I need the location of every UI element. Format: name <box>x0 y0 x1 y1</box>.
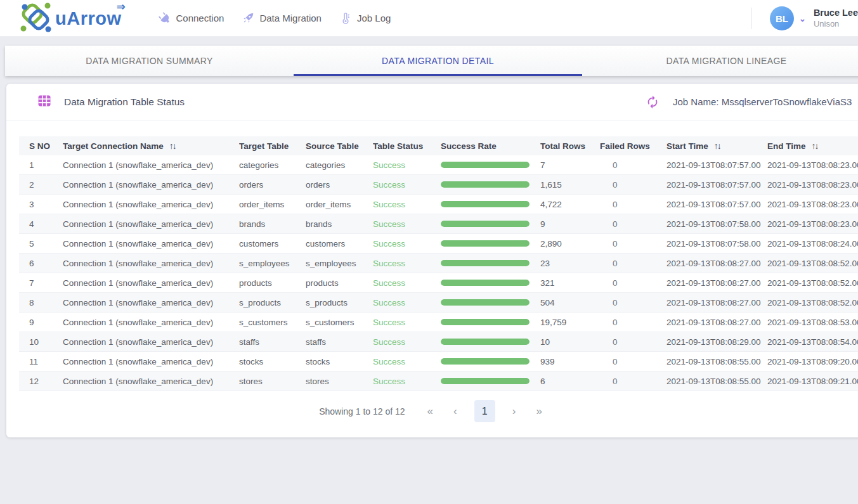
chevron-down-icon[interactable]: ⌄ <box>799 14 806 23</box>
thermometer-icon <box>339 12 352 25</box>
logo-icon <box>19 1 52 36</box>
cell-failed-rows: 0 <box>600 377 666 386</box>
success-rate-bar-track <box>441 339 530 345</box>
last-page-button[interactable]: » <box>533 405 545 418</box>
cell-end-time: 2021-09-13T08:08:23.00 <box>767 160 858 170</box>
refresh-icon[interactable] <box>646 95 660 109</box>
logo-arrow-icon: ⇒ <box>117 1 125 13</box>
cell-table-status: Success <box>373 180 441 190</box>
logo-text: uArrow <box>55 3 122 34</box>
cell-source-table: stores <box>306 377 373 386</box>
nav-item-job-log[interactable]: Job Log <box>339 12 391 25</box>
current-page-button[interactable]: 1 <box>474 400 495 422</box>
success-rate-bar-fill <box>441 299 530 306</box>
nav-item-data-migration[interactable]: Data Migration <box>242 12 322 25</box>
cell-failed-rows: 0 <box>600 239 666 249</box>
cell-target-connection: Connection 1 (snowflake_america_dev) <box>63 337 239 347</box>
cell-start-time: 2021-09-13T08:08:55.00 <box>666 377 767 386</box>
cell-success-rate <box>441 162 540 168</box>
user-org: Unison <box>814 19 858 30</box>
cell-target-table: stores <box>239 377 306 386</box>
cell-total-rows: 23 <box>540 259 600 268</box>
next-page-button[interactable]: › <box>509 405 519 418</box>
user-info: Bruce Lee Unison <box>814 7 858 30</box>
cell-table-status: Success <box>373 200 441 209</box>
plug-icon <box>159 12 171 25</box>
cell-table-status: Success <box>373 219 441 229</box>
prev-page-button[interactable]: ‹ <box>450 405 460 418</box>
cell-target-connection: Connection 1 (snowflake_america_dev) <box>63 259 239 268</box>
table-body: 1 Connection 1 (snowflake_america_dev) c… <box>19 155 858 391</box>
cell-failed-rows: 0 <box>600 278 666 288</box>
cell-table-status: Success <box>373 239 441 249</box>
cell-target-table: stocks <box>239 357 306 366</box>
cell-table-status: Success <box>373 160 441 170</box>
cell-success-rate <box>441 260 540 266</box>
cell-s-no: 1 <box>19 160 63 170</box>
cell-start-time: 2021-09-13T08:08:27.00 <box>666 259 767 268</box>
cell-start-time: 2021-09-13T08:07:58.00 <box>666 239 767 249</box>
cell-failed-rows: 0 <box>600 259 666 268</box>
cell-end-time: 2021-09-13T08:08:52.00 <box>767 278 858 288</box>
nav-item-connection[interactable]: Connection <box>159 12 224 25</box>
cell-total-rows: 6 <box>540 377 600 386</box>
first-page-button[interactable]: « <box>424 405 436 418</box>
table-row: 10 Connection 1 (snowflake_america_dev) … <box>19 332 858 352</box>
table-row: 2 Connection 1 (snowflake_america_dev) o… <box>19 175 858 195</box>
cell-end-time: 2021-09-13T08:08:23.00 <box>767 200 858 209</box>
header-divider <box>751 8 752 29</box>
cell-source-table: s_products <box>306 298 373 307</box>
cell-s-no: 5 <box>19 239 63 249</box>
success-rate-bar-track <box>441 260 530 266</box>
cell-success-rate <box>441 280 540 286</box>
cell-failed-rows: 0 <box>600 298 666 307</box>
cell-s-no: 9 <box>19 318 63 327</box>
success-rate-bar-track <box>441 378 530 384</box>
tab-data-migration-summary[interactable]: DATA MIGRATION SUMMARY <box>5 46 294 76</box>
cell-failed-rows: 0 <box>600 180 666 190</box>
logo[interactable]: uArrow ⇒ <box>19 1 122 36</box>
cell-end-time: 2021-09-13T08:08:52.00 <box>767 259 858 268</box>
table-row: 9 Connection 1 (snowflake_america_dev) s… <box>19 313 858 332</box>
table-grid-icon <box>36 93 53 111</box>
col-failed-rows: Failed Rowsˊ <box>600 141 666 151</box>
sort-updown-icon[interactable]: ↑↓ <box>812 141 818 151</box>
cell-success-rate <box>441 299 540 306</box>
sort-updown-icon[interactable]: ↑↓ <box>714 141 720 151</box>
success-rate-bar-fill <box>441 221 530 227</box>
col-success-rate: Success Rate <box>441 141 540 151</box>
avatar[interactable]: BL <box>770 6 794 30</box>
user-area: BL ⌄ Bruce Lee Unison <box>751 0 858 37</box>
cell-s-no: 4 <box>19 219 63 229</box>
nav-label: Job Log <box>357 13 391 23</box>
tab-data-migration-lineage[interactable]: DATA MIGRATION LINEAGE <box>582 46 858 76</box>
table-status-panel: Data Migration Table Status Job Name: Ms… <box>6 84 858 437</box>
cell-target-table: customers <box>239 239 306 249</box>
cell-source-table: brands <box>306 219 373 229</box>
cell-total-rows: 10 <box>540 337 600 347</box>
cell-total-rows: 19,759 <box>540 318 600 327</box>
sort-tick-icon[interactable]: ˊ <box>292 141 294 147</box>
sort-updown-icon[interactable]: ↑↓ <box>169 141 176 151</box>
success-rate-bar-fill <box>441 339 530 345</box>
panel-title-group: Data Migration Table Status <box>36 93 185 111</box>
success-rate-bar-fill <box>441 162 530 168</box>
cell-s-no: 12 <box>19 377 63 386</box>
cell-start-time: 2021-09-13T08:08:29.00 <box>666 337 767 347</box>
cell-start-time: 2021-09-13T08:07:57.00 <box>666 200 767 209</box>
cell-target-table: s_customers <box>239 318 306 327</box>
success-rate-bar-fill <box>441 358 530 365</box>
cell-table-status: Success <box>373 259 441 268</box>
cell-source-table: products <box>306 278 373 288</box>
tab-data-migration-detail[interactable]: DATA MIGRATION DETAIL <box>294 46 582 76</box>
nav-label: Data Migration <box>259 13 322 23</box>
success-rate-bar-fill <box>441 201 530 207</box>
sort-tick-icon[interactable]: ˊ <box>654 141 656 147</box>
sort-tick-icon[interactable]: ˊ <box>427 141 429 147</box>
col-total-rows: Total Rows <box>540 141 600 151</box>
success-rate-bar-track <box>441 319 530 325</box>
cell-source-table: stocks <box>306 357 373 366</box>
cell-total-rows: 321 <box>540 278 600 288</box>
cell-success-rate <box>441 181 540 188</box>
cell-source-table: s_customers <box>306 318 373 327</box>
